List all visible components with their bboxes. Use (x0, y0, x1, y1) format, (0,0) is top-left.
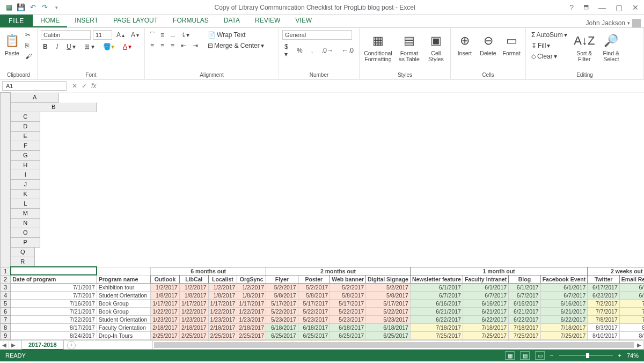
font-name-input[interactable]: Calibri (41, 30, 91, 40)
copy-icon[interactable]: ⎘ (23, 41, 34, 50)
cell[interactable]: 1/8/2017 (237, 291, 266, 299)
cell[interactable]: 6/1/2017 (540, 283, 588, 291)
cell[interactable]: 1/22/2017 (237, 307, 266, 315)
cell[interactable]: 7/1/2017 (11, 283, 97, 291)
cell[interactable]: 7/25/2017 (463, 331, 508, 339)
cell[interactable]: 6/1/2017 (509, 283, 541, 291)
fill-button[interactable]: ↧ Fill ▾ (529, 41, 569, 50)
horizontal-scroll[interactable]: ◀ ▶ 2017-2018 + ▶ (0, 340, 644, 350)
cell[interactable]: 1/17/2017 (151, 299, 180, 307)
format-table-button[interactable]: ▤Format as Table (396, 30, 423, 63)
cell[interactable]: 1/23/2017 (237, 315, 266, 323)
cell[interactable]: 6/16/2017 (509, 299, 541, 307)
close-icon[interactable]: ✕ (632, 3, 639, 12)
align-middle-icon[interactable]: ≡ (158, 30, 166, 40)
cell[interactable]: 5/8/2017 (266, 291, 298, 299)
cell[interactable]: 6/17/2017 (588, 283, 620, 291)
cell[interactable]: Book Group (97, 299, 150, 307)
cell[interactable]: 5/23/2017 (266, 315, 298, 323)
cell[interactable]: 6/1/2017 (463, 283, 508, 291)
undo-icon[interactable]: ↶ (29, 4, 36, 11)
sheet-nav-next-icon[interactable]: ▶ (9, 341, 18, 349)
tab-review[interactable]: REVIEW (247, 14, 288, 27)
cell[interactable]: 6/7/2017 (463, 291, 508, 299)
cell[interactable]: 3/14/2017 (179, 339, 208, 340)
redo-icon[interactable]: ↷ (41, 4, 48, 11)
align-top-icon[interactable]: ⎴ (148, 30, 156, 40)
cell[interactable]: 5/17/2017 (366, 299, 411, 307)
cell[interactable]: 2/25/2017 (151, 331, 180, 339)
grow-font-icon[interactable]: A▴ (114, 30, 127, 40)
cell[interactable]: 7/8/2017 (619, 315, 644, 323)
user-info[interactable]: John Jackson ▾ (586, 19, 644, 27)
cell[interactable]: 7/25/2017 (540, 331, 588, 339)
conditional-formatting-button[interactable]: ▦Conditional Formatting (363, 30, 393, 63)
sheet-nav-prev-icon[interactable]: ◀ (0, 341, 9, 349)
cell[interactable]: Faculty Orientation (97, 323, 150, 331)
cell-styles-button[interactable]: ▣Cell Styles (425, 30, 447, 63)
cell[interactable]: 7/16/2017 (11, 299, 97, 307)
cell[interactable]: 6/25/2017 (266, 331, 298, 339)
cell[interactable]: 2/25/2017 (237, 331, 266, 339)
cell[interactable]: 1/23/2017 (208, 315, 237, 323)
spreadsheet-grid[interactable]: ABCDEFGHIJKLMNOPQR16 months out2 months … (0, 92, 644, 340)
cell[interactable]: 7/7/2017 (619, 307, 644, 315)
cell[interactable]: 1/8/2017 (151, 291, 180, 299)
formula-input[interactable] (99, 81, 644, 91)
cell[interactable]: 7/12/2017 (298, 339, 330, 340)
view-layout-icon[interactable]: ▤ (520, 351, 530, 360)
merge-center-button[interactable]: ⊟ Merge & Center ▾ (206, 41, 266, 50)
cell[interactable]: 2/25/2017 (208, 331, 237, 339)
confirm-formula-icon[interactable]: ✓ (82, 82, 87, 90)
comma-format-icon[interactable]: , (309, 42, 315, 59)
italic-button[interactable]: I (54, 42, 60, 52)
cell[interactable]: 7/18/2017 (410, 323, 463, 331)
format-painter-icon[interactable]: 🖌 (23, 52, 34, 61)
cell[interactable]: 5/17/2017 (298, 299, 330, 307)
cell[interactable]: 6/21/2017 (463, 307, 508, 315)
clear-button[interactable]: ◇ Clear ▾ (529, 52, 569, 61)
cell[interactable]: 3/14/2017 (208, 339, 237, 340)
cell[interactable]: 7/18/2017 (463, 323, 508, 331)
name-box[interactable]: A1 (2, 81, 67, 91)
cell[interactable]: 1/22/2017 (179, 307, 208, 315)
align-left-icon[interactable]: ≡ (148, 41, 156, 50)
cell[interactable]: 1/2/2017 (208, 283, 237, 291)
cell[interactable]: 8/27/2017 (619, 339, 644, 340)
cell[interactable]: 6/25/2017 (330, 331, 366, 339)
cell[interactable]: 6/18/2017 (330, 323, 366, 331)
cell[interactable]: 1/17/2017 (208, 299, 237, 307)
tab-pagelayout[interactable]: PAGE LAYOUT (106, 14, 165, 27)
cell[interactable]: 6/7/2017 (540, 291, 588, 299)
cell[interactable]: 7/22/2017 (11, 315, 97, 323)
cell[interactable]: 6/22/2017 (410, 315, 463, 323)
tab-home[interactable]: HOME (33, 14, 67, 27)
accounting-format-icon[interactable]: $ ▾ (282, 42, 290, 59)
cell[interactable]: 2/18/2017 (208, 323, 237, 331)
cell[interactable]: 6/16/2017 (540, 299, 588, 307)
cell[interactable]: 6/1/2017 (410, 283, 463, 291)
maximize-icon[interactable]: ▢ (616, 3, 623, 12)
cell[interactable]: 5/2/2017 (298, 283, 330, 291)
cell[interactable]: 7/21/2017 (11, 307, 97, 315)
cell[interactable]: 7/7/2017 (11, 291, 97, 299)
view-break-icon[interactable]: ▭ (535, 351, 545, 360)
cell[interactable]: 6/21/2017 (509, 307, 541, 315)
cell[interactable]: 7/12/2017 (366, 339, 411, 340)
ribbon-options-icon[interactable]: ⬒ (583, 3, 589, 12)
increase-decimal-icon[interactable]: .0→ (319, 42, 335, 59)
cell[interactable]: 8/3/2017 (588, 323, 620, 331)
cell[interactable]: Student Orientation (97, 315, 150, 323)
cell[interactable]: 8/3/2017 (619, 323, 644, 331)
tab-insert[interactable]: INSERT (67, 14, 106, 27)
border-button[interactable]: ⊞ ▾ (82, 42, 97, 52)
cell[interactable]: 8/27/2017 (588, 339, 620, 340)
cell[interactable]: 8/24/2017 (11, 331, 97, 339)
cell[interactable]: 7/12/2017 (330, 339, 366, 340)
cell[interactable]: 1/23/2017 (151, 315, 180, 323)
cell[interactable]: 6/18/2017 (298, 323, 330, 331)
wrap-text-button[interactable]: 📄 Wrap Text (206, 30, 266, 40)
cell[interactable]: 6/17/2017 (619, 283, 644, 291)
cell[interactable]: Exhibition tour (97, 283, 150, 291)
cell[interactable]: 5/23/2017 (366, 315, 411, 323)
